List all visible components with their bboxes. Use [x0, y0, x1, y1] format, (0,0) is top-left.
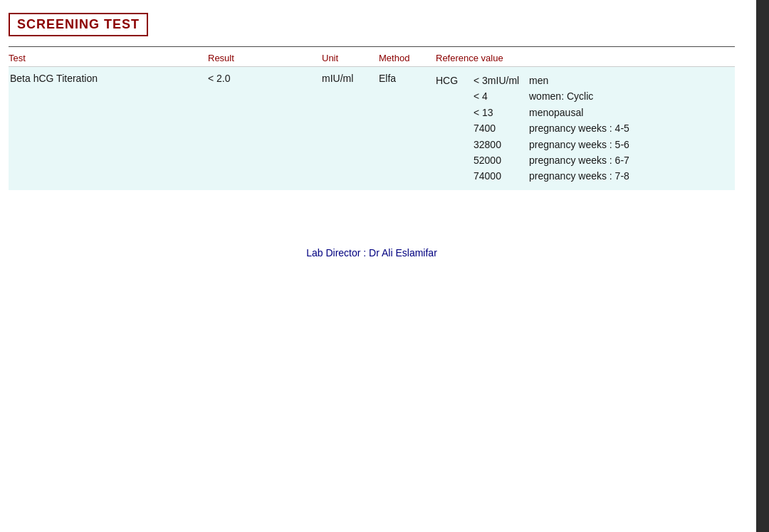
ref-line: < 13menopausal — [436, 105, 735, 120]
ref-description: pregnancy weeks : 5-6 — [529, 137, 629, 152]
test-unit: mIU/ml — [322, 73, 379, 84]
ref-description: pregnancy weeks : 4-5 — [529, 120, 629, 136]
table-header: Test Result Unit Method Reference value — [9, 51, 735, 67]
page-title: SCREENING TEST — [17, 17, 140, 31]
ref-description: menopausal — [529, 105, 583, 120]
title-box: SCREENING TEST — [9, 13, 148, 36]
page-content: SCREENING TEST Test Result Unit Method R… — [0, 0, 756, 280]
ref-description: pregnancy weeks : 6-7 — [529, 152, 629, 168]
ref-description: pregnancy weeks : 7-8 — [529, 168, 629, 184]
ref-description: women: Cyclic — [529, 88, 593, 104]
col-header-reference: Reference value — [436, 53, 735, 63]
ref-value: < 3mIU/ml — [474, 73, 523, 88]
right-sidebar-strip — [756, 0, 769, 532]
ref-line: 52000pregnancy weeks : 6-7 — [436, 152, 735, 168]
ref-value: < 13 — [474, 105, 523, 120]
ref-value: 52000 — [474, 152, 523, 168]
col-header-result: Result — [208, 53, 322, 63]
test-reference: HCG< 3mIU/mlmen< 4women: Cyclic< 13menop… — [436, 73, 735, 184]
ref-value: 32800 — [474, 137, 523, 152]
ref-description: men — [529, 73, 548, 88]
ref-line: 32800pregnancy weeks : 5-6 — [436, 137, 735, 152]
top-divider — [9, 46, 735, 47]
col-header-test: Test — [9, 53, 208, 63]
col-header-method: Method — [379, 53, 436, 63]
ref-value: 74000 — [474, 168, 523, 184]
ref-line: < 4women: Cyclic — [436, 88, 735, 104]
ref-line: HCG< 3mIU/mlmen — [436, 73, 735, 88]
ref-value: < 4 — [474, 88, 523, 104]
col-header-unit: Unit — [322, 53, 379, 63]
test-result: < 2.0 — [208, 73, 322, 84]
ref-line: 7400pregnancy weeks : 4-5 — [436, 120, 735, 136]
test-name: Beta hCG Titeration — [9, 73, 208, 84]
test-method: Elfa — [379, 73, 436, 84]
table-row: Beta hCG Titeration < 2.0 mIU/ml Elfa HC… — [9, 67, 735, 190]
ref-prefix: HCG — [436, 73, 468, 88]
ref-line: 74000pregnancy weeks : 7-8 — [436, 168, 735, 184]
lab-director: Lab Director : Dr Ali Eslamifar — [9, 247, 735, 259]
ref-value: 7400 — [474, 120, 523, 136]
